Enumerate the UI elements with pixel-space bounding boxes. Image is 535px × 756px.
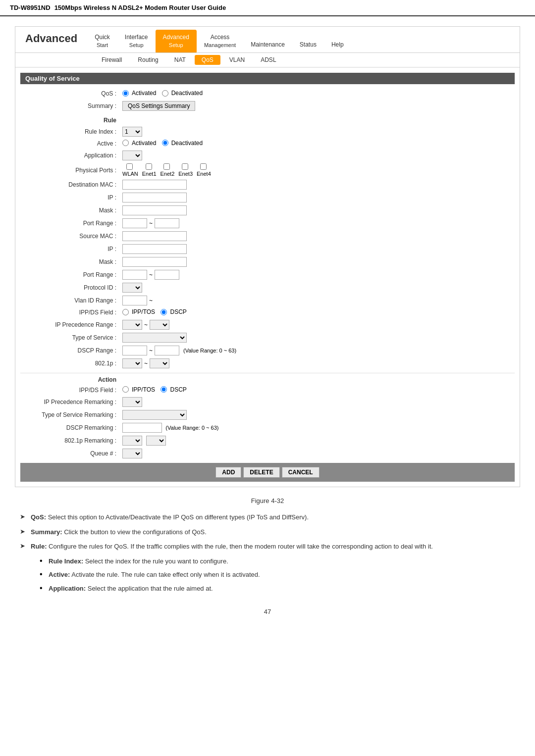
port-enet2-check[interactable] — [163, 163, 170, 170]
tab-interface-setup[interactable]: InterfaceSetup — [117, 30, 156, 52]
action-ipp-tos-option[interactable]: IPP/TOS — [122, 386, 155, 393]
ip-prec-end-select[interactable] — [150, 320, 169, 330]
active-deactivated-option[interactable]: Deactivated — [162, 140, 203, 147]
action-ip-prec-row: IP Precedence Remarking : — [20, 396, 515, 408]
dest-port-end-input[interactable] — [155, 218, 179, 228]
port-enet4-check[interactable] — [200, 163, 207, 170]
vlan-id-start-input[interactable] — [122, 296, 147, 305]
application-subdesc-bold: Application: — [49, 585, 86, 592]
sub-tab-firewall[interactable]: Firewall — [95, 55, 129, 65]
action-ip-prec-value — [119, 396, 515, 408]
tos-select[interactable] — [122, 333, 187, 343]
dscp-end-input[interactable] — [155, 346, 179, 355]
src-port-start-input[interactable] — [122, 270, 147, 280]
src-mac-row: Source MAC : — [20, 230, 515, 243]
qos-activated-option[interactable]: Activated — [122, 90, 156, 97]
active-subdesc-text: Active: Activate the rule. The rule can … — [49, 570, 260, 580]
dest-mask-input[interactable] — [122, 205, 187, 215]
tab-quick-start[interactable]: QuickStart — [87, 30, 117, 52]
p8021p-end-select[interactable] — [150, 358, 169, 368]
dscp-start-input[interactable] — [122, 346, 147, 355]
dscp-option[interactable]: DSCP — [160, 308, 186, 315]
action-header-label: Action — [20, 373, 119, 385]
port-wlan-check[interactable] — [126, 163, 133, 170]
src-port-range-value: ~ — [119, 268, 515, 281]
dest-mac-label: Destination MAC : — [20, 178, 119, 191]
port-enet3-check[interactable] — [182, 163, 188, 170]
action-dscp-radio[interactable] — [160, 386, 167, 393]
ip-prec-start-select[interactable] — [122, 320, 142, 330]
qos-label: QoS : — [20, 88, 119, 100]
dest-mac-input[interactable] — [122, 180, 187, 190]
rule-index-select[interactable]: 1 — [122, 127, 142, 137]
tab-status[interactable]: Status — [292, 37, 324, 52]
sub-tab-adsl[interactable]: ADSL — [254, 55, 283, 65]
tab-help[interactable]: Help — [324, 37, 351, 52]
action-dscp-label: DSCP Remarking : — [20, 421, 119, 434]
qos-deactivated-radio[interactable] — [162, 90, 168, 97]
src-ip-input[interactable] — [122, 244, 187, 254]
action-ipp-ds-label: IPP/DS Field : — [20, 385, 119, 396]
action-queue-select[interactable] — [122, 449, 142, 458]
ip-prec-row: IP Precedence Range : ~ — [20, 318, 515, 331]
src-mac-input[interactable] — [122, 231, 187, 241]
dest-ip-value — [119, 191, 515, 204]
sub-tab-vlan[interactable]: VLAN — [222, 55, 252, 65]
dest-ip-input[interactable] — [122, 193, 187, 202]
port-enet4: Enet4 — [197, 163, 211, 177]
tab-maintenance[interactable]: Maintenance — [243, 37, 292, 52]
sub-tab-qos[interactable]: QoS — [195, 55, 220, 65]
delete-button[interactable]: DELETE — [243, 467, 279, 478]
p8021p-start-select[interactable] — [122, 358, 142, 368]
tab-advanced-setup[interactable]: AdvancedSetup — [156, 30, 197, 52]
action-tos-label: Type of Service Remarking : — [20, 408, 119, 421]
src-mask-input[interactable] — [122, 257, 187, 267]
action-ip-prec-select[interactable] — [122, 397, 142, 407]
dscp-radio[interactable] — [160, 309, 167, 315]
action-tos-row: Type of Service Remarking : — [20, 408, 515, 421]
sub-tab-nat[interactable]: NAT — [167, 55, 193, 65]
port-enet1-check[interactable] — [146, 163, 152, 170]
tab-access-management[interactable]: AccessManagement — [197, 30, 243, 52]
src-port-range-label: Port Range : — [20, 268, 119, 281]
p8021p-row: 802.1p : ~ — [20, 357, 515, 370]
action-8021p-end-select[interactable] — [146, 436, 166, 446]
active-activated-option[interactable]: Activated — [122, 140, 156, 147]
active-deactivated-radio[interactable] — [162, 140, 168, 146]
sub-tab-routing[interactable]: Routing — [131, 55, 165, 65]
protocol-id-select[interactable] — [122, 283, 142, 293]
action-dscp-input[interactable] — [122, 423, 162, 433]
application-select[interactable] — [122, 151, 142, 160]
qos-activated-radio[interactable] — [122, 90, 129, 97]
dest-port-range-group: ~ — [122, 218, 179, 228]
port-wlan: WLAN — [122, 163, 138, 177]
section-title: Quality of Service — [20, 73, 515, 84]
tos-row: Type of Service : — [20, 331, 515, 344]
ipp-tos-radio[interactable] — [122, 309, 129, 315]
application-subdesc-text: Application: Select the application that… — [49, 584, 213, 594]
p8021p-label: 802.1p : — [20, 357, 119, 370]
action-dscp-option[interactable]: DSCP — [160, 386, 186, 393]
ip-prec-range-group: ~ — [122, 320, 169, 330]
active-value: Activated Deactivated — [119, 138, 515, 150]
dest-port-start-input[interactable] — [122, 218, 147, 228]
rule-header-label: Rule — [20, 115, 119, 125]
arrow-icon-1: ➤ — [20, 512, 28, 520]
summary-desc-bold: Summary: — [31, 528, 62, 536]
qos-deactivated-option[interactable]: Deactivated — [162, 90, 203, 97]
qos-row: QoS : Activated Deactivated — [20, 88, 515, 100]
qos-desc-content: Select this option to Activate/Deactivat… — [46, 513, 309, 521]
rule-desc-bold: Rule: — [31, 543, 47, 550]
dest-port-range-row: Port Range : ~ — [20, 217, 515, 230]
cancel-button[interactable]: CANCEL — [282, 467, 320, 478]
summary-button[interactable]: QoS Settings Summary — [122, 101, 195, 111]
action-8021p-start-select[interactable] — [122, 436, 142, 446]
ipp-tos-option[interactable]: IPP/TOS — [122, 308, 155, 315]
action-ipp-tos-radio[interactable] — [122, 386, 129, 393]
active-activated-radio[interactable] — [122, 140, 129, 146]
figure-caption: Figure 4-32 — [0, 497, 535, 504]
add-button[interactable]: ADD — [215, 467, 241, 478]
action-tos-select[interactable] — [122, 410, 187, 420]
dest-mask-value — [119, 204, 515, 217]
src-port-end-input[interactable] — [155, 270, 179, 280]
